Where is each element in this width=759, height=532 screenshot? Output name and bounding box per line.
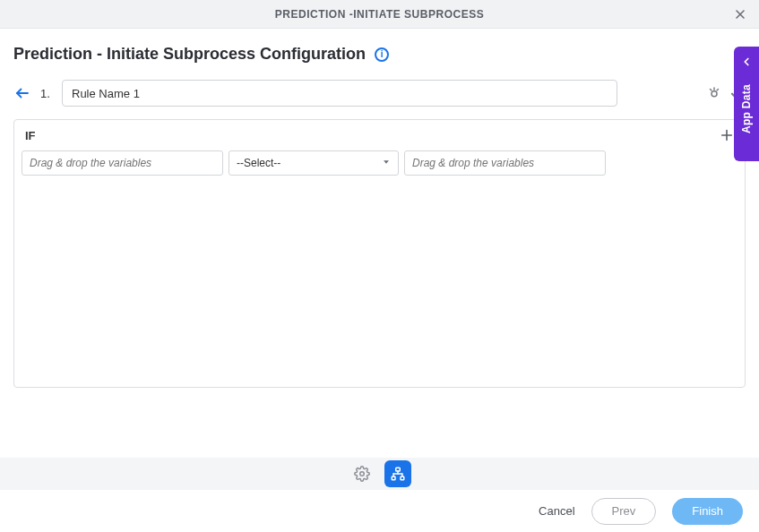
operator-select[interactable]: --Select-- [229,150,399,176]
operator-select-label: --Select-- [237,157,280,169]
svg-line-3 [711,90,712,91]
titlebar-text: PREDICTION -INITIATE SUBPROCESS [275,8,484,21]
condition-left-dropzone[interactable] [22,150,223,176]
cancel-button[interactable]: Cancel [539,504,574,518]
settings-button[interactable] [349,460,375,487]
footer: Cancel Prev Finish [0,490,759,532]
svg-point-1 [712,91,717,97]
app-data-label: App Data [740,84,753,133]
close-icon[interactable] [730,4,750,24]
app-data-tab[interactable]: App Data [734,47,759,161]
finish-button[interactable]: Finish [672,498,743,525]
rule-index: 1. [40,87,53,100]
bottom-toolbar [0,458,759,490]
page-title-row: Prediction - Initiate Subprocess Configu… [13,45,746,64]
condition-panel: IF --Select-- [13,119,746,388]
main-content: Prediction - Initiate Subprocess Configu… [0,29,759,457]
rule-name-input[interactable] [62,80,617,107]
condition-header: IF [14,120,745,150]
add-condition-icon[interactable] [720,128,734,142]
chevron-down-icon [382,157,391,169]
titlebar: PREDICTION -INITIATE SUBPROCESS [0,0,759,29]
condition-row: --Select-- [14,150,745,184]
back-arrow-icon[interactable] [13,85,31,101]
rule-header-row: 1. [13,80,746,107]
svg-point-7 [359,472,364,476]
debug-icon[interactable] [706,85,722,101]
chevron-left-icon [740,56,753,72]
svg-line-4 [717,90,719,91]
info-icon[interactable]: i [375,47,389,62]
flowchart-button[interactable] [384,460,411,487]
condition-right-dropzone[interactable] [404,150,606,176]
prev-button[interactable]: Prev [591,498,657,525]
page-title: Prediction - Initiate Subprocess Configu… [13,45,366,64]
condition-header-label: IF [25,129,36,142]
